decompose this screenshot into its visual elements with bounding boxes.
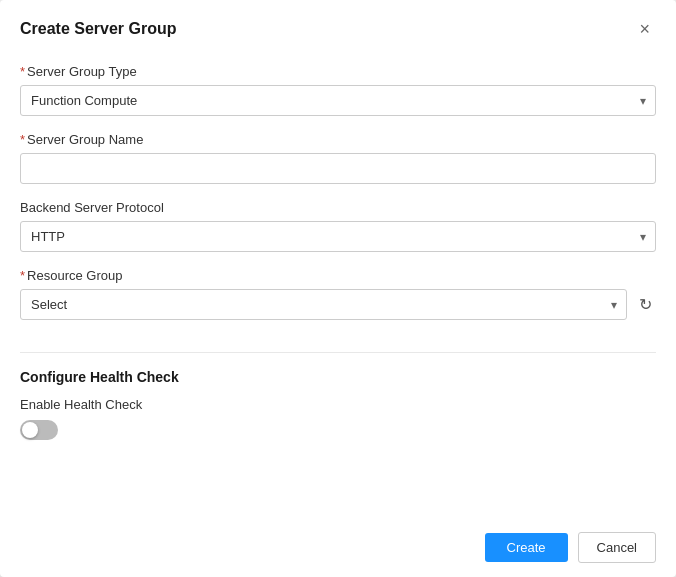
resource-group-select-wrapper: Select ▾ bbox=[20, 289, 627, 320]
health-check-section: Configure Health Check Enable Health Che… bbox=[20, 369, 656, 440]
backend-server-protocol-label: Backend Server Protocol bbox=[20, 200, 656, 215]
server-group-type-wrapper: Function Compute Instance IP ▾ bbox=[20, 85, 656, 116]
resource-group-wrapper: Select ▾ ↻ bbox=[20, 289, 656, 320]
required-star-2: * bbox=[20, 132, 25, 147]
server-group-type-label: * Server Group Type bbox=[20, 64, 656, 79]
required-star: * bbox=[20, 64, 25, 79]
create-button[interactable]: Create bbox=[485, 533, 568, 562]
resource-group-field: * Resource Group Select ▾ ↻ bbox=[20, 268, 656, 320]
divider bbox=[20, 352, 656, 353]
health-check-toggle-wrapper bbox=[20, 420, 656, 440]
backend-server-protocol-select[interactable]: HTTP HTTPS gRPC bbox=[20, 221, 656, 252]
dialog-body: * Server Group Type Function Compute Ins… bbox=[0, 54, 676, 518]
backend-server-protocol-field: Backend Server Protocol HTTP HTTPS gRPC … bbox=[20, 200, 656, 252]
enable-health-check-label: Enable Health Check bbox=[20, 397, 656, 412]
backend-server-protocol-wrapper: HTTP HTTPS gRPC ▾ bbox=[20, 221, 656, 252]
dialog-header: Create Server Group × bbox=[0, 0, 676, 54]
server-group-type-select[interactable]: Function Compute Instance IP bbox=[20, 85, 656, 116]
cancel-button[interactable]: Cancel bbox=[578, 532, 656, 563]
server-group-name-input[interactable] bbox=[20, 153, 656, 184]
close-button[interactable]: × bbox=[633, 18, 656, 40]
resource-group-label: * Resource Group bbox=[20, 268, 656, 283]
resource-group-select[interactable]: Select bbox=[20, 289, 627, 320]
health-check-section-title: Configure Health Check bbox=[20, 369, 656, 385]
required-star-3: * bbox=[20, 268, 25, 283]
create-server-group-dialog: Create Server Group × * Server Group Typ… bbox=[0, 0, 676, 577]
server-group-name-field: * Server Group Name bbox=[20, 132, 656, 184]
toggle-thumb bbox=[22, 422, 38, 438]
health-check-toggle[interactable] bbox=[20, 420, 58, 440]
server-group-type-field: * Server Group Type Function Compute Ins… bbox=[20, 64, 656, 116]
dialog-title: Create Server Group bbox=[20, 20, 177, 38]
dialog-footer: Create Cancel bbox=[0, 518, 676, 577]
server-group-name-label: * Server Group Name bbox=[20, 132, 656, 147]
refresh-button[interactable]: ↻ bbox=[635, 291, 656, 318]
